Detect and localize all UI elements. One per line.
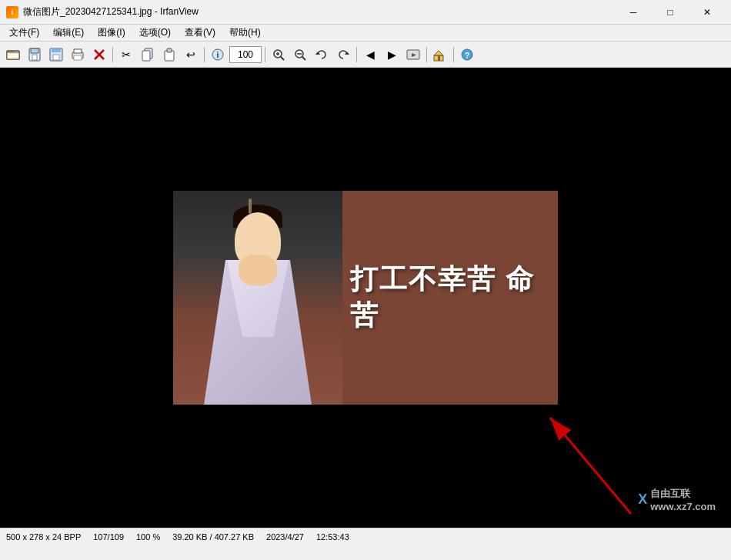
separator-4 (356, 47, 357, 62)
slideshow-button[interactable] (403, 45, 423, 65)
edit-button[interactable] (430, 45, 450, 65)
zoom-input-wrap: 100 (229, 46, 262, 63)
minimize-button[interactable]: ─ (616, 2, 651, 23)
svg-rect-10 (74, 49, 82, 53)
status-bar: 500 x 278 x 24 BPP 107/109 100 % 39.20 K… (0, 528, 731, 545)
svg-rect-8 (53, 55, 59, 60)
title-bar: i 微信图片_20230427125341.jpg - IrfanView ─ … (0, 0, 731, 25)
svg-rect-17 (167, 48, 172, 52)
rotate-left-button[interactable] (312, 45, 332, 65)
image-container: 打工不幸苦 命苦 (173, 191, 558, 405)
menu-options[interactable]: 选项(O) (133, 25, 177, 41)
close-button[interactable]: ✕ (689, 2, 725, 23)
svg-rect-5 (32, 55, 37, 60)
paste-button[interactable] (159, 45, 179, 65)
separator-5 (426, 47, 427, 62)
person-area (173, 191, 342, 405)
watermark: X 自由互联 www.xz7.com (638, 487, 716, 512)
menu-edit[interactable]: 编辑(E) (47, 25, 90, 41)
status-time: 12:53:43 (316, 532, 349, 542)
meme-image: 打工不幸苦 命苦 (173, 191, 558, 405)
status-date: 2023/4/27 (266, 532, 304, 542)
zoom-out-button[interactable] (290, 45, 310, 65)
menu-bar: 文件(F) 编辑(E) 图像(I) 选项(O) 查看(V) 帮助(H) (0, 25, 731, 42)
svg-line-25 (302, 57, 305, 60)
info-button[interactable]: i (208, 45, 228, 65)
title-bar-left: i 微信图片_20230427125341.jpg - IrfanView (6, 5, 199, 18)
zoom-in-button[interactable] (269, 45, 289, 65)
rotate-right-button[interactable] (333, 45, 353, 65)
toolbar: ✂ ↩ i 100 ◀ ▶ ? (0, 42, 731, 68)
svg-rect-4 (31, 48, 38, 53)
separator-3 (265, 47, 265, 62)
separator-1 (112, 47, 113, 62)
watermark-text: 自由互联 www.xz7.com (650, 487, 716, 512)
delete-button[interactable] (89, 45, 109, 65)
status-zoom: 100 % (136, 532, 160, 542)
svg-rect-33 (438, 55, 440, 61)
status-dimensions: 500 x 278 x 24 BPP (6, 532, 81, 542)
open-button[interactable] (3, 45, 23, 65)
person-silhouette (181, 205, 335, 405)
svg-marker-32 (434, 51, 443, 55)
menu-image[interactable]: 图像(I) (92, 25, 131, 41)
save-button[interactable] (46, 45, 66, 65)
status-filesize: 39.20 KB / 407.27 KB (172, 532, 254, 542)
meme-text: 打工不幸苦 命苦 (350, 262, 550, 334)
menu-help[interactable]: 帮助(H) (223, 25, 267, 41)
hands (239, 255, 277, 285)
prev-button[interactable]: ◀ (360, 45, 380, 65)
svg-rect-11 (74, 55, 82, 60)
watermark-x-icon: X (638, 492, 647, 508)
undo-button[interactable]: ↩ (181, 45, 201, 65)
svg-rect-7 (52, 48, 61, 52)
title-bar-controls: ─ □ ✕ (616, 2, 725, 23)
status-position: 107/109 (93, 532, 124, 542)
save-as-button[interactable] (25, 45, 45, 65)
cut-button[interactable]: ✂ (116, 45, 136, 65)
separator-6 (453, 47, 454, 62)
svg-line-21 (281, 57, 284, 60)
svg-line-37 (550, 418, 631, 514)
window-title: 微信图片_20230427125341.jpg - IrfanView (23, 5, 199, 18)
copy-button[interactable] (138, 45, 158, 65)
app-icon: i (6, 6, 18, 18)
help-button[interactable]: ? (457, 45, 477, 65)
zoom-input[interactable]: 100 (232, 47, 259, 62)
maximize-button[interactable]: □ (653, 2, 688, 23)
viewport: 打工不幸苦 命苦 X 自由互联 www.xz7.com (0, 68, 731, 528)
print-button[interactable] (68, 45, 88, 65)
hair-pin (249, 198, 252, 214)
next-button[interactable]: ▶ (382, 45, 402, 65)
separator-2 (204, 47, 205, 62)
meme-text-area: 打工不幸苦 命苦 (342, 262, 558, 334)
svg-rect-2 (7, 52, 19, 59)
svg-text:i: i (217, 51, 219, 59)
menu-view[interactable]: 查看(V) (179, 25, 222, 41)
svg-text:?: ? (465, 50, 470, 59)
menu-file[interactable]: 文件(F) (3, 25, 45, 41)
svg-rect-15 (142, 51, 150, 61)
